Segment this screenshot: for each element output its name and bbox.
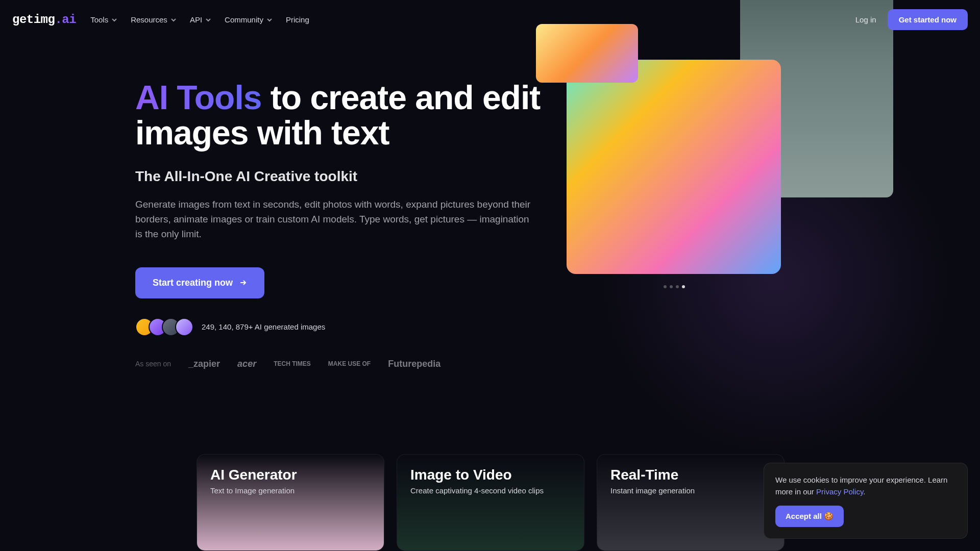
card-subtitle: Instant image generation xyxy=(610,486,771,495)
nav-item-label: Tools xyxy=(90,15,108,24)
carousel-dot[interactable] xyxy=(664,285,667,288)
nav-item-label: Resources xyxy=(131,15,167,24)
carousel-dot[interactable] xyxy=(682,285,685,288)
login-link[interactable]: Log in xyxy=(855,15,876,24)
card-subtitle: Create captivating 4-second video clips xyxy=(410,486,571,495)
cookie-text: We use cookies to improve your experienc… xyxy=(775,474,956,497)
chevron-down-icon xyxy=(111,17,117,23)
card-image-to-video[interactable]: Image to Video Create captivating 4-seco… xyxy=(397,454,584,551)
page-title: AI Tools to create and edit images with … xyxy=(135,80,549,151)
seen-label: As seen on xyxy=(135,360,171,368)
title-highlight: AI Tools xyxy=(135,79,261,116)
arrow-right-icon xyxy=(239,279,247,287)
chevron-down-icon xyxy=(205,17,211,23)
get-started-button[interactable]: Get started now xyxy=(888,9,968,30)
nav-resources[interactable]: Resources xyxy=(131,15,177,24)
nav-tools[interactable]: Tools xyxy=(90,15,117,24)
carousel-dot[interactable] xyxy=(676,285,679,288)
card-real-time[interactable]: Real-Time Instant image generation xyxy=(597,454,785,551)
hero-description: Generate images from text in seconds, ed… xyxy=(135,197,538,242)
hero-subtitle: The All-In-One AI Creative toolkit xyxy=(135,168,549,185)
card-subtitle: Text to Image generation xyxy=(210,486,371,495)
cookie-text-post: . xyxy=(863,487,865,496)
logo-suffix: .ai xyxy=(55,13,76,27)
logo-text: getimg xyxy=(12,13,55,27)
feature-cards: AI Generator Text to Image generation Im… xyxy=(197,454,785,551)
chevron-down-icon xyxy=(170,17,177,23)
top-nav: getimg.ai Tools Resources API Community … xyxy=(0,0,980,39)
cookie-banner: We use cookies to improve your experienc… xyxy=(764,463,968,539)
nav-item-label: API xyxy=(190,15,202,24)
nav-community[interactable]: Community xyxy=(225,15,273,24)
logo-techtimes: TECH TIMES xyxy=(274,361,311,367)
carousel-dots xyxy=(664,285,685,288)
chevron-down-icon xyxy=(266,17,273,23)
start-creating-button[interactable]: Start creating now xyxy=(135,267,264,298)
privacy-policy-link[interactable]: Privacy Policy xyxy=(816,487,863,496)
cta-label: Start creating now xyxy=(153,278,233,288)
avatar xyxy=(175,318,193,336)
card-title: Real-Time xyxy=(610,467,771,483)
card-title: Image to Video xyxy=(410,467,571,483)
proof-text: 249, 140, 879+ AI generated images xyxy=(202,322,325,331)
hero-section: AI Tools to create and edit images with … xyxy=(0,39,980,369)
nav-pricing[interactable]: Pricing xyxy=(286,15,309,24)
card-title: AI Generator xyxy=(210,467,371,483)
social-proof: 249, 140, 879+ AI generated images xyxy=(135,318,549,336)
carousel-dot[interactable] xyxy=(670,285,673,288)
logo-acer: acer xyxy=(237,359,256,369)
hero-gallery xyxy=(536,0,893,284)
nav-api[interactable]: API xyxy=(190,15,211,24)
logo-makeuseof: MAKE USE OF xyxy=(328,361,371,367)
logo-futurepedia: Futurepedia xyxy=(388,359,440,369)
card-ai-generator[interactable]: AI Generator Text to Image generation xyxy=(197,454,384,551)
hero-content: AI Tools to create and edit images with … xyxy=(135,80,549,369)
accept-cookies-button[interactable]: Accept all 🍪 xyxy=(775,506,844,527)
nav-item-label: Pricing xyxy=(286,15,309,24)
avatar-stack xyxy=(135,318,193,336)
as-seen-on: As seen on _zapier acer TECH TIMES MAKE … xyxy=(135,359,549,369)
nav-item-label: Community xyxy=(225,15,263,24)
logo-zapier: _zapier xyxy=(188,359,220,369)
sample-image-dog-painting xyxy=(567,60,781,274)
logo[interactable]: getimg.ai xyxy=(12,13,76,27)
nav-right: Log in Get started now xyxy=(855,9,968,30)
nav-menu: Tools Resources API Community Pricing xyxy=(90,15,309,24)
